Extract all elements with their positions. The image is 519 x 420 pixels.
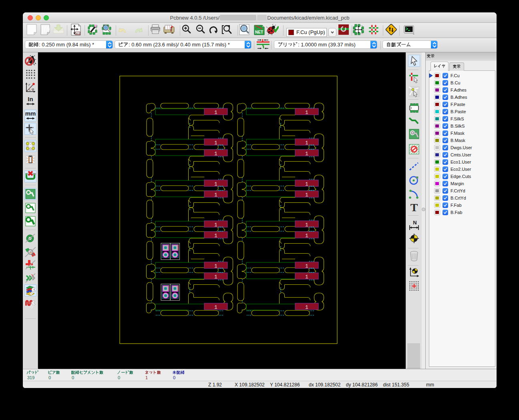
svg-text:1: 1: [305, 274, 308, 280]
svg-text:1: 1: [214, 233, 217, 239]
svg-text:1: 1: [214, 181, 217, 187]
svg-text:1: 1: [214, 192, 217, 198]
svg-text:1: 1: [305, 304, 308, 310]
svg-text:1: 1: [214, 263, 217, 269]
svg-text:1: 1: [305, 263, 308, 269]
svg-text:1: 1: [305, 110, 308, 116]
svg-text:In: In: [28, 96, 33, 102]
svg-text:r: r: [28, 82, 30, 87]
svg-text:1: 1: [214, 274, 217, 280]
svg-text:1: 1: [214, 304, 217, 310]
svg-text:1: 1: [214, 110, 217, 116]
svg-text:1: 1: [305, 181, 308, 187]
svg-text:1: 1: [214, 222, 217, 228]
svg-text:1: 1: [305, 151, 308, 157]
svg-text:mm: mm: [25, 110, 36, 117]
svg-text:φ: φ: [32, 86, 34, 91]
svg-text:1: 1: [214, 140, 217, 146]
svg-text:1: 1: [214, 151, 217, 157]
svg-text:1: 1: [305, 222, 308, 228]
svg-text:1: 1: [305, 192, 308, 198]
svg-text:1: 1: [305, 233, 308, 239]
svg-text:NET: NET: [255, 30, 263, 34]
svg-text:N: N: [413, 220, 416, 226]
svg-text:1: 1: [305, 140, 308, 146]
svg-text:T: T: [410, 202, 418, 213]
